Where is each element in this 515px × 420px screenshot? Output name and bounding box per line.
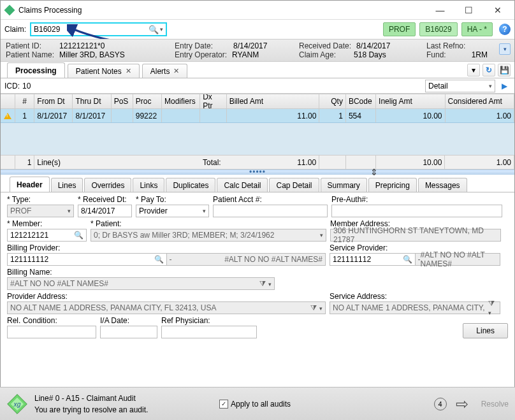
type-label: * Type: (7, 195, 74, 204)
detail-select[interactable]: Detail▾ (425, 80, 495, 92)
ref-physician-label: Ref Physician: (161, 316, 257, 325)
col-header-proc[interactable]: Proc (133, 94, 162, 108)
rel-condition-label: Rel. Condition: (7, 316, 96, 325)
service-provider-input[interactable]: 121111112🔍 (330, 253, 416, 266)
maximize-button[interactable]: ☐ (454, 1, 483, 19)
ref-physician-input[interactable] (161, 326, 257, 338)
member-label: * Member: (7, 219, 87, 228)
close-icon[interactable]: ✕ (126, 67, 131, 75)
patient-acct-label: Patient Acct #: (213, 195, 328, 204)
billing-provider-label: Billing Provider: (7, 243, 326, 252)
lines-button[interactable]: Lines (463, 323, 508, 338)
ia-date-input[interactable] (100, 326, 157, 338)
close-icon[interactable]: ✕ (173, 67, 179, 75)
claim-search-field[interactable]: 🔍 ▾ (30, 22, 167, 36)
minimize-button[interactable]: — (426, 1, 454, 19)
col-header-bcode[interactable]: BCode (346, 94, 376, 108)
footer-bar: xg Line# 0 - A15 - Claimant Audit You ar… (0, 387, 515, 420)
save-icon[interactable]: 💾 (498, 64, 511, 76)
grid-row[interactable]: 1 8/1/2017 8/1/2017 99222 11.00 1 554 10… (1, 109, 514, 123)
patient-select[interactable]: 0; Dr BASYS aw Miller 3RD; MEMBER; M; 3/… (91, 229, 326, 242)
search-icon[interactable]: 🔍 (149, 25, 159, 34)
col-header-thru[interactable]: Thru Dt (73, 94, 111, 108)
claim-age-label: Claim Age: (299, 50, 336, 59)
splitter-handle[interactable]: ••••• ⇕ (1, 170, 514, 175)
subtab-prepricing[interactable]: Prepricing (368, 178, 417, 192)
col-header-cons[interactable]: Considered Amt (446, 94, 514, 108)
search-icon[interactable]: 🔍 (154, 255, 164, 264)
col-header-dx[interactable]: Dx Ptr (200, 94, 227, 108)
subtab-calc-detail[interactable]: Calc Detail (217, 178, 268, 192)
filter-icon[interactable]: ⧩ (487, 299, 496, 308)
received-date-value: 8/14/2017 (356, 41, 390, 50)
provider-address-label: Provider Address: (7, 292, 326, 301)
refresh-icon[interactable]: ↻ (482, 64, 495, 76)
claim-search-input[interactable] (34, 25, 149, 34)
help-icon[interactable]: ? (499, 24, 511, 35)
pill-sequence[interactable]: B16029 (419, 22, 457, 36)
detail-tabs: Header Lines Overrides Links Duplicates … (1, 176, 514, 192)
col-header-n[interactable]: # (15, 94, 34, 108)
subtab-links[interactable]: Links (133, 178, 164, 192)
pill-ha[interactable]: HA - * (461, 22, 493, 36)
next-arrow-icon[interactable]: ⇨ (456, 395, 468, 413)
search-dropdown-icon[interactable]: ▾ (160, 26, 163, 33)
subtab-cap-detail[interactable]: Cap Detail (269, 178, 319, 192)
service-provider-detail: -#ALT NO NO #ALT NAMES# (416, 253, 501, 266)
col-header-mod[interactable]: Modifiers (162, 94, 200, 108)
tab-patient-notes[interactable]: Patient Notes✕ (68, 64, 140, 78)
grid-header: # From Dt Thru Dt PoS Proc Modifiers Dx … (1, 94, 514, 109)
provider-address-select[interactable]: NO ALT NAME 1 ADDRESS, PANAMA CITY, FL 3… (7, 301, 326, 314)
subtab-overrides[interactable]: Overrides (84, 178, 131, 192)
icd-label: ICD: (4, 82, 20, 91)
subtab-summary[interactable]: Summary (321, 178, 367, 192)
tab-alerts[interactable]: Alerts✕ (142, 64, 188, 78)
col-header-billed[interactable]: Billed Amt (227, 94, 320, 108)
icd-row: ICD: 10 Detail▾ ▶ (1, 78, 514, 94)
subtab-header[interactable]: Header (10, 177, 50, 192)
billing-name-select[interactable]: #ALT NO NO #ALT NAMES#⧩▾ (7, 277, 275, 290)
tab-processing[interactable]: Processing (7, 62, 65, 78)
search-row: Claim: 🔍 ▾ PROF B16029 HA - * ? (1, 20, 514, 39)
window-title: Claims Processing (18, 6, 426, 15)
close-button[interactable]: ✕ (483, 1, 512, 19)
service-address-select[interactable]: NO ALT NAME 1 ADDRESS, PANAMA CITY, FL 3… (330, 301, 500, 314)
patient-acct-input[interactable] (213, 205, 328, 217)
subtab-messages[interactable]: Messages (418, 178, 467, 192)
entry-operator-label: Entry Operator: (175, 50, 227, 59)
filter-icon[interactable]: ⧩ (309, 303, 318, 312)
subtab-lines[interactable]: Lines (51, 178, 83, 192)
preauth-input[interactable] (331, 205, 502, 217)
preauth-label: Pre-Auth#: (331, 195, 502, 204)
resize-cursor-icon: ⇕ (370, 167, 378, 177)
filter-icon[interactable]: ⧩ (258, 279, 267, 288)
service-address-label: Service Address: (330, 292, 500, 301)
audit-line-header: Line# 0 - A15 - Claimant Audit (34, 394, 213, 403)
apply-all-audits-checkbox[interactable]: ✓ Apply to all audits (219, 400, 291, 409)
grid-empty-area (1, 123, 514, 155)
search-icon[interactable]: 🔍 (74, 231, 83, 240)
col-header-pos[interactable]: PoS (112, 94, 133, 108)
type-select[interactable]: PROF▾ (7, 205, 74, 217)
member-input[interactable]: 121212121🔍 (7, 229, 87, 242)
chevron-down-icon: ▾ (489, 83, 492, 89)
subtab-duplicates[interactable]: Duplicates (166, 178, 215, 192)
payto-label: * Pay To: (136, 195, 209, 204)
col-header-qty[interactable]: Qty (319, 94, 346, 108)
tab-menu-dropdown[interactable]: ▾ (467, 64, 480, 76)
billing-name-label: Billing Name: (7, 268, 275, 277)
billing-provider-input[interactable]: 121111112🔍 (7, 253, 167, 266)
col-header-from[interactable]: From Dt (34, 94, 73, 108)
received-dt-input[interactable]: 8/14/2017 (78, 205, 132, 217)
expand-header-icon[interactable]: ▾ (499, 43, 511, 55)
payto-select[interactable]: Provider▾ (136, 205, 209, 217)
pill-prof[interactable]: PROF (383, 22, 416, 36)
fund-value: 1RM (472, 50, 488, 59)
rel-condition-input[interactable] (7, 326, 96, 338)
resolve-button[interactable]: Resolve (481, 400, 509, 409)
play-icon[interactable]: ▶ (498, 80, 511, 92)
entry-date-label: Entry Date: (175, 41, 213, 50)
received-dt-label: * Received Dt: (78, 195, 132, 204)
col-header-inelig[interactable]: Inelig Amt (376, 94, 445, 108)
search-icon[interactable]: 🔍 (403, 255, 412, 264)
